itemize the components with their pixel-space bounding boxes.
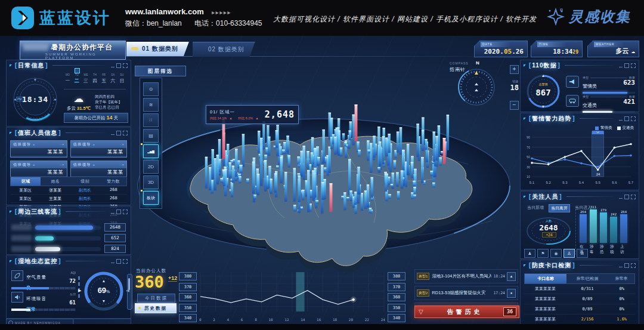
zoom-out-button[interactable]: − — [510, 101, 519, 110]
tab-data-category-1[interactable]: 01 数据类别 — [126, 42, 189, 56]
tab-data-category-2[interactable]: 02 数据类别 — [193, 42, 255, 57]
window-buttons[interactable] — [109, 63, 128, 68]
alert-time: 18:24 — [493, 274, 505, 279]
duty-leader-card[interactable]: 值班领导»··×某某某 — [70, 161, 128, 178]
alert-count-badge: 36 — [503, 307, 516, 316]
focus-bar-value: 279 — [600, 208, 606, 212]
y-axis-left: 380370360350340 — [179, 272, 197, 325]
gauge-left-arrow[interactable]: ▶ — [78, 288, 81, 293]
redacted-line-label — [11, 246, 32, 252]
focus-bar-category: 在逃 — [580, 244, 587, 255]
svg-text:70: 70 — [527, 146, 530, 149]
compass-dial[interactable] — [457, 67, 496, 107]
svg-text:5.7: 5.7 — [628, 181, 634, 184]
phone-contact: 电话：010-63334945 — [194, 19, 262, 27]
window-buttons[interactable] — [109, 209, 128, 214]
close-icon[interactable]: ··× — [60, 143, 64, 146]
weekday-we: WE三 — [82, 73, 89, 84]
chevron-right-icon: » — [33, 163, 35, 166]
focus-bar: 264在逃 — [580, 210, 587, 255]
close-icon[interactable]: ··× — [60, 163, 64, 166]
window-buttons[interactable] — [617, 116, 636, 121]
alert-item: 类型1湿地3-104片区有不明人员闯入18:24▲ — [414, 269, 518, 283]
eye-icon[interactable]: ◉ — [550, 249, 562, 258]
trend-line-chart: 907050301030245.15.25.35.45.55.65.7 — [522, 130, 637, 189]
today-data-button[interactable]: 今日数据 — [137, 294, 175, 303]
services-list: 大数据可视化设计 / 软件界面设计 / 网站建设 / 手机及小程序设计 / 软件… — [273, 14, 537, 24]
window-buttons[interactable] — [109, 131, 128, 135]
panel-transit-flow: [ 周边三线客流] 2648652824 — [6, 206, 131, 255]
panel-110-data: [ 110数据] 总警情 867 类型数量警情类623类型数量交通类421 — [520, 60, 639, 112]
weekday-su: SU日 — [118, 73, 126, 84]
layer-button-mode-2d[interactable]: 2D — [143, 160, 159, 174]
arrows-decoration: ▸▸▸▸▸ — [212, 10, 231, 16]
cloud-sun-icon: ☁ — [74, 93, 84, 104]
zoom-level: 18 — [510, 84, 519, 92]
person-icon[interactable]: ♙ — [564, 249, 575, 258]
window-buttons[interactable] — [617, 195, 636, 199]
eco-gauge: 69% ▶ ◀ — [83, 270, 125, 312]
cloud-icon: ☁ — [631, 47, 635, 55]
y-tick-box: 340 — [179, 314, 197, 322]
duty-name: 某某某 — [71, 168, 127, 176]
panel-focus-persons: [ 关注人员] 当日新增当日离开当日进入 人数 2648 +24 ♟⚑◉♙⊞ 2… — [520, 191, 639, 259]
time-label: TIME — [537, 42, 567, 47]
window-buttons[interactable] — [617, 63, 636, 68]
alert-history-button[interactable]: ▽ 告警历史 36 — [414, 306, 519, 318]
focus-tab-当日离开[interactable]: 当日离开 — [549, 204, 570, 212]
alert-type-tag: 类型1 — [417, 273, 429, 280]
svg-text:90: 90 — [527, 135, 530, 139]
redacted-line-label — [11, 235, 32, 241]
layer-button-cluster-icon[interactable]: ∷ — [143, 113, 159, 127]
panel-police-trend: [ 警情警力趋势] 警情类交通类 907050301030245.15.25.3… — [520, 113, 639, 190]
window-buttons[interactable] — [617, 263, 636, 268]
flag-icon[interactable]: ⚑ — [537, 249, 549, 258]
svg-text:24: 24 — [596, 172, 600, 176]
layer-button-building-icon[interactable]: ▤ — [143, 129, 159, 143]
alert-type-tag: 类型2 — [417, 289, 429, 297]
noise-bar — [11, 309, 76, 311]
layer-button-mode-3d[interactable]: 3D — [143, 175, 159, 189]
zoom-in-button[interactable]: + — [510, 65, 519, 74]
close-icon[interactable]: ··× — [120, 143, 125, 146]
layer-button-camera-icon[interactable]: ⊙ — [143, 82, 159, 96]
megaphone-icon — [566, 76, 579, 88]
redacted-line-label — [11, 224, 32, 230]
history-data-button[interactable]: 历史数据 — [135, 303, 177, 313]
website-link[interactable]: www.lanlanwork.com — [125, 7, 204, 16]
alert-scroll-control[interactable]: ▲ — [507, 272, 516, 281]
flow-bar-row: 652 — [11, 234, 126, 242]
flow-value: 2648 — [104, 223, 126, 232]
duty-leader-card[interactable]: 值班领导»··×某某某 — [70, 140, 128, 158]
alert-scroll-control[interactable]: ● — [507, 289, 516, 298]
focus-bar-value: 264 — [580, 210, 586, 214]
leaf-icon — [11, 270, 23, 281]
panel-daily-info: [ 日常信息] PM 18:34 MO一TU二WE三TH四FR五SA六SU日 ☁ — [6, 60, 131, 127]
duty-leader-card[interactable]: 值班领导»··×某某某 — [10, 140, 67, 158]
layer-button-blocks-toggle[interactable]: 板块 — [143, 191, 159, 205]
duty-leader-card[interactable]: 值班领导»··×某某某 — [10, 161, 67, 178]
eco-scrollbar[interactable] — [127, 274, 132, 310]
person-walk-icon[interactable]: ♟ — [524, 249, 535, 258]
lanlan-logo-icon — [11, 6, 35, 30]
wechat-contact: 微信：ben_lanlan — [125, 19, 182, 27]
focus-bar-value: 242 — [611, 212, 617, 216]
layer-button-signal-icon[interactable]: ≋ — [143, 98, 159, 112]
app-root: 蓝蓝设计 www.lanlanwork.com ▸▸▸▸▸ 微信：ben_lan… — [0, 0, 644, 330]
sparkle-icon — [546, 7, 565, 26]
type-label: 类型 — [583, 95, 589, 98]
compass-north: N — [476, 60, 479, 66]
layer-filter-title: 图层筛选 — [135, 66, 186, 76]
x-tick: 8 — [255, 317, 257, 322]
alert-time: 17:24 — [493, 291, 505, 295]
alarm-type-name: 警情类 — [583, 84, 597, 89]
close-icon[interactable]: ··× — [120, 163, 125, 166]
focus-tab-当日新增[interactable]: 当日新增 — [525, 204, 546, 212]
chevron-right-icon: » — [93, 163, 95, 166]
x-tick: 12 — [284, 317, 289, 322]
vehicle-icon — [566, 95, 579, 107]
focus-bar-category: 涉恐 — [600, 244, 607, 255]
window-buttons[interactable] — [109, 259, 128, 264]
layer-button-bar-chart-icon[interactable]: ▂▅▇ — [143, 144, 159, 158]
alert-message: 湿地3-104片区有不明人员闯入 — [432, 273, 491, 279]
